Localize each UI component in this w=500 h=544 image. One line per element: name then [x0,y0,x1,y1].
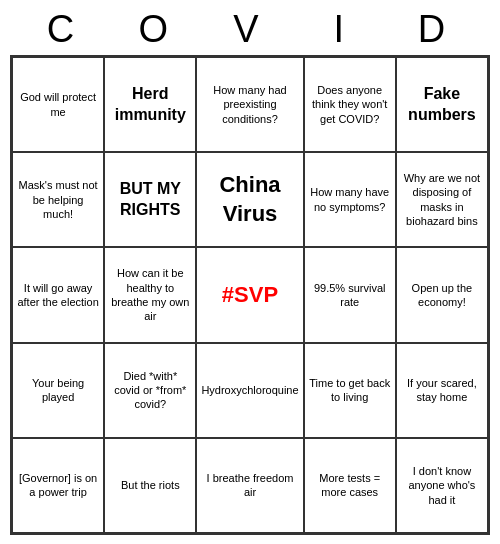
header-d: D [389,8,482,51]
header-v: V [204,8,297,51]
bingo-header: C O V I D [8,8,492,51]
bingo-cell-22: I breathe freedom air [196,438,303,533]
bingo-cell-5: Mask's must not be helping much! [12,152,104,247]
bingo-cell-7: China Virus [196,152,303,247]
bingo-cell-16: Died *with* covid or *from* covid? [104,343,196,438]
bingo-cell-20: [Governor] is on a power trip [12,438,104,533]
bingo-cell-9: Why are we not disposing of masks in bio… [396,152,488,247]
bingo-cell-19: If your scared, stay home [396,343,488,438]
bingo-cell-17: Hydroxychloroquine [196,343,303,438]
bingo-cell-21: But the riots [104,438,196,533]
bingo-grid: God will protect meHerd immunityHow many… [10,55,490,535]
bingo-cell-24: I don't know anyone who's had it [396,438,488,533]
bingo-cell-18: Time to get back to living [304,343,396,438]
bingo-cell-14: Open up the economy! [396,247,488,342]
bingo-cell-10: It will go away after the election [12,247,104,342]
header-o: O [111,8,204,51]
bingo-cell-3: Does anyone think they won't get COVID? [304,57,396,152]
bingo-cell-1: Herd immunity [104,57,196,152]
bingo-cell-13: 99.5% survival rate [304,247,396,342]
bingo-cell-2: How many had preexisting conditions? [196,57,303,152]
bingo-cell-6: BUT MY RIGHTS [104,152,196,247]
bingo-cell-23: More tests = more cases [304,438,396,533]
header-i: I [296,8,389,51]
bingo-cell-12: #SVP [196,247,303,342]
bingo-cell-15: Your being played [12,343,104,438]
bingo-cell-4: Fake numbers [396,57,488,152]
bingo-cell-8: How many have no symptoms? [304,152,396,247]
bingo-cell-0: God will protect me [12,57,104,152]
header-c: C [18,8,111,51]
bingo-cell-11: How can it be healthy to breathe my own … [104,247,196,342]
